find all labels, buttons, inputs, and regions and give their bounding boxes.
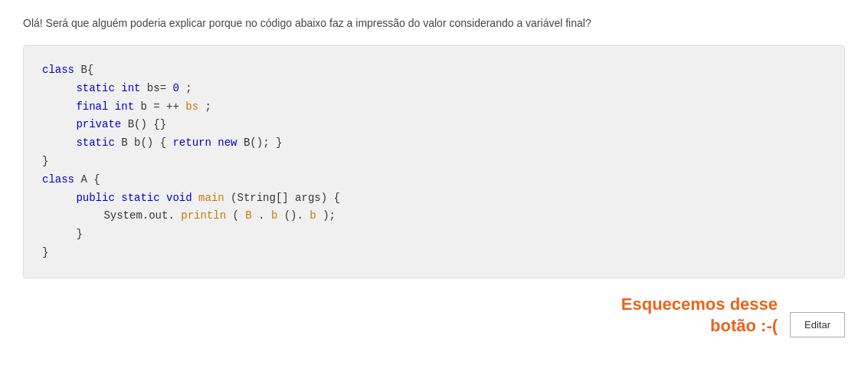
method-b: b() {	[134, 137, 172, 149]
keyword-int-1: int	[121, 82, 140, 94]
code-line-2: static int bs= 0 ;	[42, 80, 826, 98]
var-bs-ref: bs	[185, 100, 198, 113]
method-println: println	[181, 209, 226, 222]
call-parens: ().	[284, 209, 303, 222]
method-b-call: b	[271, 209, 277, 222]
field-b: b	[310, 209, 316, 222]
dot1: .	[258, 209, 264, 222]
keyword-return: return	[172, 137, 211, 149]
keyword-void: void	[166, 192, 192, 204]
space3: B	[121, 137, 134, 149]
code-line-7: class A {	[42, 171, 826, 189]
method-main: main	[198, 192, 224, 204]
keyword-private: private	[76, 118, 121, 130]
code-line-6: }	[42, 153, 826, 171]
println-arg-open: (	[232, 209, 238, 222]
var-b-assign: b = ++	[140, 100, 179, 113]
edit-button[interactable]: Editar	[790, 312, 845, 337]
code-line-11: }	[42, 244, 826, 262]
keyword-final: final	[76, 100, 108, 113]
semicolon-1: ;	[185, 82, 192, 94]
new-b: B(); }	[244, 137, 282, 149]
keyword-int-2: int	[115, 100, 134, 113]
bottom-row: Esquecemos dessebotão :-( Editar	[23, 294, 845, 337]
keyword-static-1: static	[76, 82, 114, 94]
keyword-public: public	[76, 192, 114, 204]
keyword-class: class	[42, 64, 74, 76]
close-brace-b: }	[42, 155, 48, 167]
keyword-static-2: static	[76, 137, 114, 149]
semicolon-2: ;	[205, 100, 211, 113]
system-call: System.out.	[103, 209, 174, 222]
code-line-4: private B() {}	[42, 116, 826, 134]
keyword-new: new	[218, 137, 237, 149]
var-bs: bs=	[147, 82, 166, 94]
main-params: (String[] args) {	[231, 192, 340, 204]
keyword-class-a: class	[42, 173, 74, 186]
code-line-8: public static void main (String[] args) …	[42, 189, 826, 208]
keyword-static-3: static	[121, 192, 159, 204]
code-line-10: }	[42, 225, 826, 244]
code-line-5: static B b() { return new B(); }	[42, 134, 826, 153]
println-close: );	[323, 209, 336, 222]
constructor-b: B() {}	[128, 118, 166, 130]
code-block: class B{ static int bs= 0 ; final int b …	[23, 45, 845, 278]
question-text: Olá! Será que alguém poderia explicar po…	[23, 15, 845, 31]
code-line-3: final int b = ++ bs ;	[42, 98, 826, 117]
forgot-text: Esquecemos dessebotão :-(	[621, 294, 778, 337]
num-0: 0	[172, 82, 179, 94]
close-brace-main: }	[76, 228, 82, 240]
code-line-1: class B{	[42, 61, 826, 80]
class-b-ref: B	[245, 209, 251, 222]
class-name-a: A {	[80, 173, 100, 186]
close-brace-a: }	[42, 246, 48, 258]
class-name-b: B{	[80, 64, 93, 76]
code-line-9: System.out. println ( B . b (). b );	[42, 207, 826, 225]
